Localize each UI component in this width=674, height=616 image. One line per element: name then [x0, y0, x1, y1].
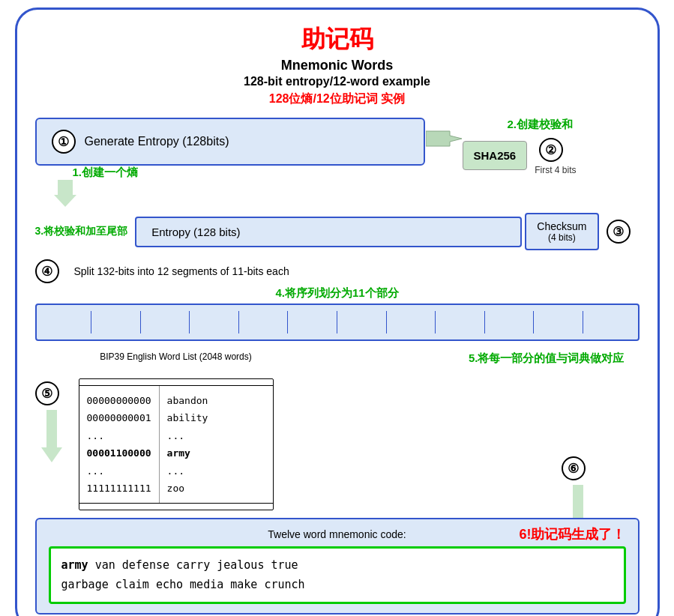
wl-word-army: army: [167, 444, 208, 462]
wordlist-container: 00000000000 00000000001 ... 00001100000 …: [79, 378, 274, 510]
svg-marker-0: [426, 131, 462, 146]
wl-word-last: zoo: [167, 480, 208, 497]
checksum-box: Checksum (4 bits): [525, 213, 598, 250]
step1-row: ① Generate Entropy (128bits) 2.创建校验和 SHA…: [35, 118, 640, 175]
wl-word-dots2: ...: [167, 462, 208, 480]
subtitle-english: 128-bit entropy/12-word example: [35, 75, 640, 88]
step5-annotation: 5.将每一部分的值与词典做对应: [469, 351, 625, 366]
step5-area: ⑤ BIP39 English Word List (2048 words) 0…: [35, 351, 640, 510]
checksum-label: Checksum: [537, 220, 586, 232]
title-english: Mnemonic Words: [35, 58, 640, 73]
step4-annotation: 4.将序列划分为11个部分: [35, 286, 640, 301]
circle-5: ⑤: [35, 381, 59, 405]
arrow-down-left: [41, 410, 62, 465]
step2-annotation: 2.创建校验和: [508, 118, 574, 132]
mnemonic-bold-word: army: [61, 558, 88, 572]
arrow-to-sha: [425, 128, 463, 149]
wl-word-0: abandon: [167, 392, 208, 409]
wl-binary-1: 00000000001: [87, 409, 151, 426]
title-chinese: 助记码: [35, 23, 640, 56]
wl-word-dots1: ...: [167, 427, 208, 444]
step4-text: Split 132-bits into 12 segments of 11-bi…: [74, 265, 289, 277]
circle-3-area: ③: [607, 220, 640, 244]
wl-col-binary: 00000000000 00000000001 ... 00001100000 …: [79, 386, 160, 503]
step3-annotation: 3.将校验和加至尾部: [35, 225, 128, 238]
step6-area: 6!助记码生成了！ Twelve word mnemonic code: arm…: [35, 518, 640, 615]
sha-box: SHA256: [463, 141, 528, 170]
wl-binary-last: 11111111111: [87, 480, 151, 497]
mnemonic-rest: van defense carry jealous truegarbage cl…: [61, 558, 305, 591]
wl-word-1: ability: [167, 409, 208, 426]
step3-box: Entropy (128 bits): [135, 217, 522, 247]
wl-col-words: abandon ability ... army ... zoo: [160, 386, 216, 503]
step4-area: ④ Split 132-bits into 12 segments of 11-…: [35, 259, 640, 341]
wl-binary-0: 00000000000: [87, 392, 151, 409]
subtitle-chinese: 128位熵/12位助记词 实例: [35, 91, 640, 107]
circle-4: ④: [35, 259, 59, 283]
circle-2-area: ② First 4 bits: [535, 138, 576, 175]
circle-5-area: ⑤: [35, 381, 68, 465]
wordlist-title: BIP39 English Word List (2048 words): [79, 351, 274, 362]
wl-binary-army: 00001100000: [87, 444, 151, 462]
down-arrow-area: [35, 180, 640, 207]
circle-3: ③: [607, 220, 631, 244]
mnemonic-box: army van defense carry jealous truegarba…: [49, 546, 626, 604]
circle-2: ②: [539, 138, 563, 162]
step1-label: Generate Entropy (128bits): [85, 135, 229, 148]
wordlist-inner: 00000000000 00000000001 ... 00001100000 …: [79, 385, 273, 504]
first4bits: First 4 bits: [535, 165, 576, 175]
circle-1: ①: [52, 130, 76, 154]
wl-binary-dots2: ...: [87, 462, 151, 480]
circle-6: ⑥: [562, 456, 586, 480]
segments-box: [35, 304, 640, 341]
wordlist-wrapper: BIP39 English Word List (2048 words) 000…: [79, 351, 274, 510]
step4-header: ④ Split 132-bits into 12 segments of 11-…: [35, 259, 640, 283]
step1-annotation: 1.创建一个熵: [73, 166, 139, 180]
main-card: 助记码 Mnemonic Words 128-bit entropy/12-wo…: [15, 7, 660, 616]
step3-label: Entropy (128 bits): [151, 226, 240, 238]
svg-marker-2: [41, 410, 62, 462]
down-arrow-svg: [54, 180, 76, 207]
step6-annotation: 6!助记码生成了！: [519, 525, 625, 543]
svg-marker-1: [54, 180, 76, 207]
step3-row: 3.将校验和加至尾部 Entropy (128 bits) Checksum (…: [35, 213, 640, 250]
step1-box: ① Generate Entropy (128bits): [35, 118, 425, 166]
wl-binary-dots1: ...: [87, 427, 151, 444]
checksum-bits: (4 bits): [548, 232, 576, 243]
